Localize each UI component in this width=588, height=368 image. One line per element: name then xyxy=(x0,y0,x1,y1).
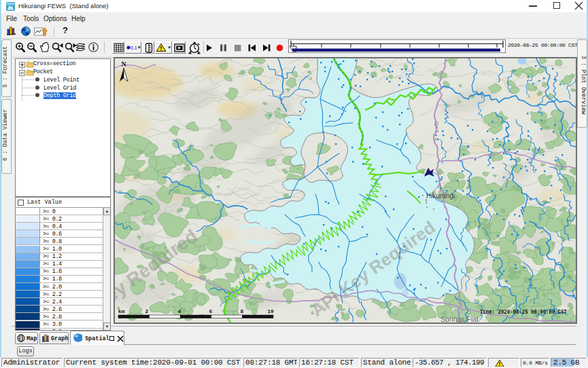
svg-text:6: 6 xyxy=(209,308,213,314)
svg-text:Time: 2020-08-25 00:00:00 CST: Time: 2020-08-25 00:00:00 CST xyxy=(480,309,567,316)
svg-text:km: km xyxy=(118,308,125,314)
svg-text:10: 10 xyxy=(267,308,274,314)
svg-text:8: 8 xyxy=(241,308,244,314)
svg-text:0.1: 0.1 xyxy=(131,45,137,50)
svg-text:Hikurangi: Hikurangi xyxy=(426,192,455,200)
svg-text:SH 1: SH 1 xyxy=(434,121,440,133)
svg-text:Springs Flat: Springs Flat xyxy=(440,315,479,323)
svg-text:4: 4 xyxy=(178,308,181,314)
svg-text:2: 2 xyxy=(145,308,149,314)
svg-text:N: N xyxy=(121,60,126,68)
